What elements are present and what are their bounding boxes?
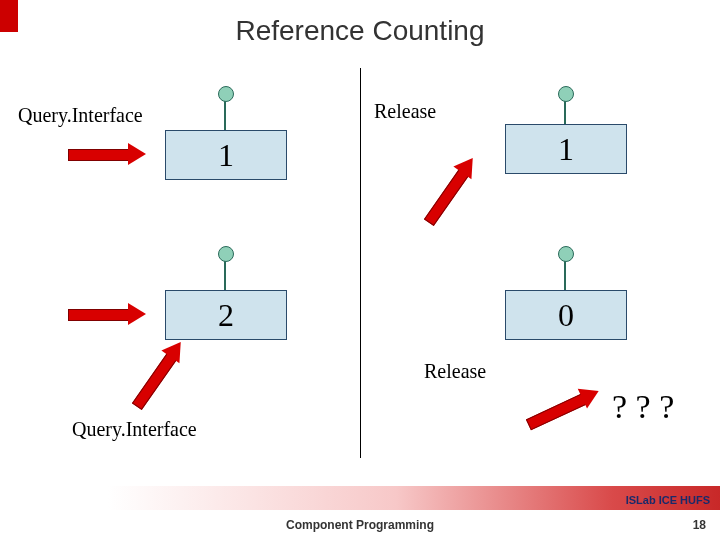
label-release-bottom: Release xyxy=(424,360,486,383)
refcount-box-right-top: 1 xyxy=(505,124,627,174)
footer-page-number: 18 xyxy=(693,518,706,532)
label-queryinterface-top: Query.Interface xyxy=(18,104,143,127)
refcount-box-left-top: 1 xyxy=(165,130,287,180)
interface-lollipop-icon xyxy=(224,100,226,130)
interface-lollipop-icon xyxy=(224,260,226,290)
slide-title: Reference Counting xyxy=(0,15,720,47)
slide: Reference Counting Query.Interface Relea… xyxy=(0,0,720,540)
label-release-top: Release xyxy=(374,100,436,123)
footer-subtitle: Component Programming xyxy=(0,518,720,532)
footer-lab: ISLab ICE HUFS xyxy=(626,494,710,506)
interface-lollipop-icon xyxy=(564,260,566,290)
label-question-marks: ? ? ? xyxy=(612,388,674,426)
refcount-box-left-bottom: 2 xyxy=(165,290,287,340)
refcount-box-right-bottom: 0 xyxy=(505,290,627,340)
footer-gradient xyxy=(0,486,720,510)
center-divider xyxy=(360,68,361,458)
label-queryinterface-bottom: Query.Interface xyxy=(72,418,197,441)
